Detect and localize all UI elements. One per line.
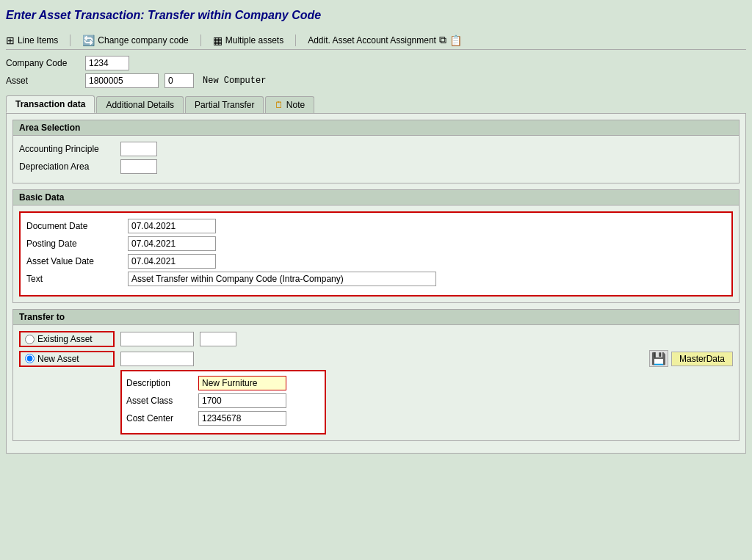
masterdata-button-label: MasterData (679, 354, 725, 364)
depreciation-area-input[interactable] (120, 159, 157, 174)
toolbar-addit-assignment[interactable]: Addit. Asset Account Assignment ⧉ 📋 (308, 34, 462, 46)
table-icon: ▦ (213, 34, 223, 46)
copy-icon: ⧉ (439, 34, 446, 46)
cost-center-row: Cost Center (126, 411, 320, 426)
save-disk-icon: 💾 (649, 350, 668, 367)
text-label: Text (26, 274, 122, 284)
new-asset-details-container: Description Asset Class Cost Center (19, 370, 733, 434)
asset-description: New Computer (203, 76, 266, 86)
existing-asset-label: Existing Asset (37, 334, 93, 344)
basic-data-content: Document Date Posting Date Asset Value D… (13, 206, 739, 302)
new-asset-radio-box: New Asset (19, 351, 115, 367)
asset-number-input[interactable] (85, 73, 159, 88)
asset-value-date-input[interactable] (128, 254, 216, 269)
accounting-principle-label: Accounting Principle (19, 144, 115, 154)
basic-data-title: Basic Data (13, 190, 739, 206)
asset-row: Asset New Computer (6, 73, 746, 88)
existing-asset-radio[interactable] (25, 335, 35, 344)
tab-transaction-data-label: Transaction data (15, 99, 85, 109)
toolbar-change-company[interactable]: 🔄 Change company code (82, 34, 188, 46)
grid-icon: ⊞ (6, 34, 15, 46)
toolbar-divider-3 (295, 34, 296, 46)
area-selection-section: Area Selection Accounting Principle Depr… (12, 120, 740, 183)
text-row: Text (26, 272, 726, 286)
toolbar-multiple-assets-label: Multiple assets (225, 35, 283, 46)
asset-value-date-row: Asset Value Date (26, 254, 726, 269)
new-asset-row: New Asset 💾 MasterData (19, 350, 733, 367)
tab-additional-details[interactable]: Additional Details (96, 96, 184, 113)
new-asset-label: New Asset (37, 354, 79, 364)
cost-center-label: Cost Center (126, 413, 192, 423)
accounting-principle-input[interactable] (120, 142, 157, 156)
depreciation-area-label: Depreciation Area (19, 161, 115, 172)
document-date-row: Document Date (26, 219, 726, 233)
depreciation-area-row: Depreciation Area (19, 159, 733, 174)
tab-note[interactable]: 🗒 Note (265, 96, 314, 113)
area-selection-title: Area Selection (13, 120, 739, 136)
document-date-input[interactable] (128, 219, 216, 233)
assignment-label: Addit. Asset Account Assignment (308, 35, 436, 46)
header-fields: Company Code Asset New Computer (6, 56, 746, 88)
note-tab-icon: 🗒 (275, 100, 283, 110)
toolbar-divider-2 (200, 34, 201, 46)
existing-asset-radio-box: Existing Asset (19, 331, 115, 347)
existing-asset-row: Existing Asset (19, 331, 733, 347)
company-code-input[interactable] (85, 56, 129, 70)
asset-value-date-label: Asset Value Date (26, 256, 122, 266)
toolbar-divider-1 (70, 34, 70, 46)
company-code-label: Company Code (6, 58, 79, 68)
posting-date-input[interactable] (128, 236, 216, 251)
basic-data-section: Basic Data Document Date Posting Date As… (12, 189, 740, 303)
posting-date-label: Posting Date (26, 239, 122, 249)
tab-partial-transfer-label: Partial Transfer (195, 100, 254, 110)
masterdata-button[interactable]: MasterData (671, 352, 733, 366)
description-label: Description (126, 378, 192, 388)
area-selection-content: Accounting Principle Depreciation Area (13, 136, 739, 183)
document-date-label: Document Date (26, 221, 122, 231)
transfer-to-title: Transfer to (13, 310, 739, 325)
toolbar-multiple-assets[interactable]: ▦ Multiple assets (213, 34, 283, 46)
cost-center-input[interactable] (198, 411, 286, 426)
text-input[interactable] (128, 272, 436, 286)
company-code-row: Company Code (6, 56, 746, 70)
page-title: Enter Asset Transaction: Transfer within… (6, 6, 746, 25)
main-container: Enter Asset Transaction: Transfer within… (0, 0, 752, 560)
change-icon: 🔄 (82, 34, 95, 46)
new-asset-field1[interactable] (120, 352, 194, 366)
asset-sub-input[interactable] (164, 73, 194, 88)
tab-additional-details-label: Additional Details (106, 100, 174, 110)
new-asset-details-box: Description Asset Class Cost Center (120, 370, 326, 434)
toolbar-change-company-label: Change company code (98, 35, 188, 46)
tab-partial-transfer[interactable]: Partial Transfer (185, 96, 264, 113)
asset-class-input[interactable] (198, 393, 286, 408)
asset-label: Asset (6, 76, 79, 86)
masterdata-area: 💾 MasterData (649, 350, 733, 367)
asset-class-row: Asset Class (126, 393, 320, 408)
basic-data-box: Document Date Posting Date Asset Value D… (19, 211, 733, 297)
accounting-principle-row: Accounting Principle (19, 142, 733, 156)
description-row: Description (126, 376, 320, 390)
description-input[interactable] (198, 376, 286, 390)
existing-asset-field1[interactable] (120, 332, 194, 346)
posting-date-row: Posting Date (26, 236, 726, 251)
transfer-to-content: Existing Asset New Asset 💾 (13, 325, 739, 440)
new-asset-radio[interactable] (25, 354, 35, 363)
toolbar: ⊞ Line Items 🔄 Change company code ▦ Mul… (6, 31, 746, 50)
asset-class-label: Asset Class (126, 396, 192, 406)
tab-transaction-data[interactable]: Transaction data (6, 95, 95, 113)
tab-note-label: Note (286, 100, 305, 110)
toolbar-line-items[interactable]: ⊞ Line Items (6, 34, 58, 46)
tabs-container: Transaction data Additional Details Part… (6, 95, 746, 113)
toolbar-line-items-label: Line Items (18, 35, 58, 46)
existing-asset-field2[interactable] (200, 332, 236, 346)
doc-icon: 📋 (449, 34, 462, 46)
transfer-to-section: Transfer to Existing Asset New Asset (12, 309, 740, 441)
content-area: Area Selection Accounting Principle Depr… (6, 113, 746, 454)
